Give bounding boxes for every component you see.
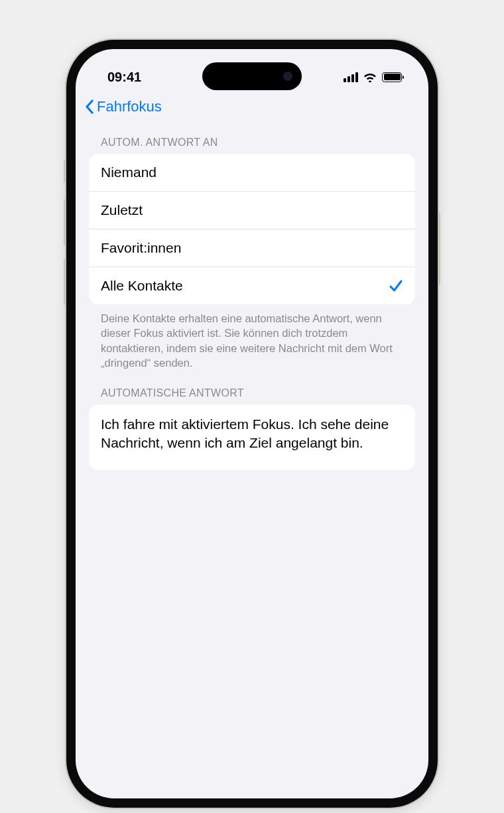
option-label: Zuletzt	[101, 202, 143, 218]
content: AUTOM. ANTWORT AN Niemand Zuletzt Favori…	[76, 122, 428, 470]
auto-reply-message[interactable]: Ich fahre mit aktiviertem Fokus. Ich seh…	[89, 405, 415, 470]
chevron-left-icon	[85, 99, 94, 114]
screen: 09:41 Fahrfokus AUT	[76, 49, 428, 798]
option-all-contacts[interactable]: Alle Kontakte	[89, 267, 415, 304]
back-label: Fahrfokus	[97, 98, 162, 115]
auto-reply-text: Ich fahre mit aktiviertem Fokus. Ich seh…	[101, 416, 389, 450]
power-button	[438, 212, 440, 285]
option-favorites[interactable]: Favorit:innen	[89, 229, 415, 267]
option-label: Alle Kontakte	[101, 278, 183, 294]
section-header-auto-reply: AUTOMATISCHE ANTWORT	[89, 373, 415, 405]
option-label: Niemand	[101, 164, 157, 180]
reply-to-list: Niemand Zuletzt Favorit:innen Alle Konta…	[89, 154, 415, 304]
option-nobody[interactable]: Niemand	[89, 154, 415, 192]
dynamic-island	[202, 62, 302, 90]
battery-icon	[382, 72, 402, 82]
wifi-icon	[363, 72, 377, 82]
option-recents[interactable]: Zuletzt	[89, 192, 415, 229]
back-button[interactable]: Fahrfokus	[85, 98, 162, 115]
status-time: 09:41	[107, 70, 141, 85]
status-indicators	[344, 72, 402, 82]
option-label: Favorit:innen	[101, 240, 181, 256]
nav-bar: Fahrfokus	[76, 89, 428, 122]
section-header-reply-to: AUTOM. ANTWORT AN	[89, 122, 415, 154]
checkmark-icon	[389, 279, 403, 293]
cellular-icon	[344, 72, 358, 82]
volume-up-button	[64, 199, 66, 245]
section-footer-reply-to: Deine Kontakte erhalten eine automatisch…	[89, 304, 415, 373]
side-button	[64, 159, 66, 183]
phone-frame: 09:41 Fahrfokus AUT	[66, 40, 438, 808]
volume-down-button	[64, 259, 66, 305]
